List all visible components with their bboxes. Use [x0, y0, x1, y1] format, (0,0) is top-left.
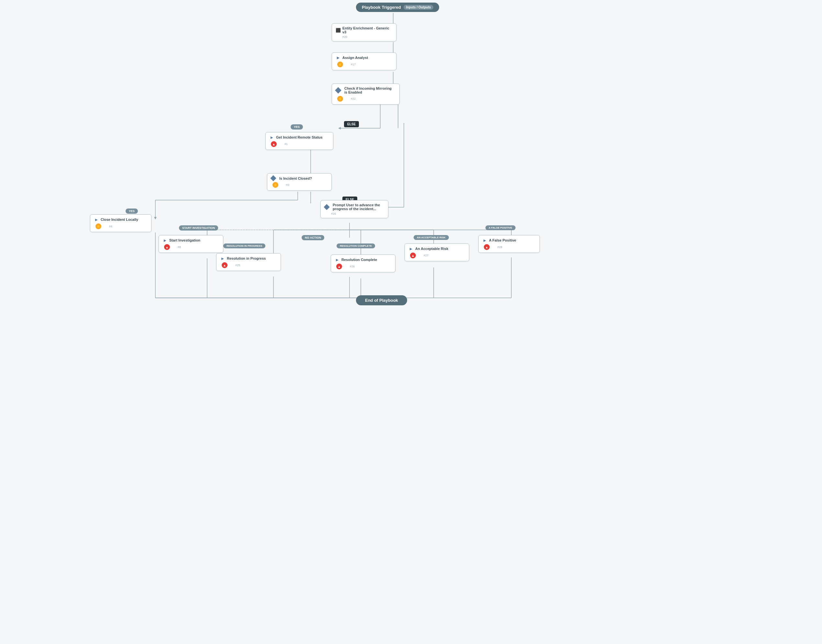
acceptable-risk-label-pill: AN ACCEPTABLE RISK — [413, 235, 449, 240]
get-incident-status-node[interactable]: ► Get Incident Remote Status ▲ #1 — [265, 132, 333, 150]
resolution-in-progress-label: Resolution in Progress — [227, 256, 266, 260]
is-incident-closed-label: Is Incident Closed? — [279, 176, 312, 180]
playbook-triggered-label: Playbook Triggered — [362, 5, 401, 10]
connection-lines — [0, 0, 822, 644]
is-incident-closed-node[interactable]: Is Incident Closed? ⚡ #3 — [267, 173, 332, 191]
orange-badge-icon4: ⚡ — [95, 224, 101, 229]
get-incident-label: Get Incident Remote Status — [276, 135, 323, 139]
script-icon: ⬛ — [336, 28, 340, 32]
trigger-icon6: ► — [409, 246, 413, 251]
red-badge-icon2: ▲ — [164, 244, 170, 250]
resolution-complete-label: Resolution Complete — [341, 258, 377, 262]
resolution-in-progress-id: #25 — [235, 264, 240, 267]
end-of-playbook-label: End of Playbook — [365, 298, 398, 303]
script-icon2: ► — [269, 135, 274, 140]
check-incoming-label: Check if Incoming Mirroring is Enabled — [344, 86, 395, 94]
svg-marker-8 — [338, 127, 341, 129]
check-incoming-id: #22 — [351, 97, 356, 100]
playbook-canvas: Playbook Triggered Inputs / Outputs ⬛ En… — [0, 0, 822, 644]
trigger-icon7: ► — [482, 238, 487, 242]
resolution-in-progress-label-pill: RESOLUTION IN PROGRESS — [223, 244, 265, 248]
diamond-icon3 — [324, 204, 329, 210]
orange-badge-icon2: ⚡ — [337, 96, 343, 102]
yes-label-1: YES — [291, 124, 303, 129]
start-investigation-node[interactable]: ► Start Investigation ▲ #8 — [159, 235, 223, 253]
yes-label-2: YES — [126, 209, 138, 214]
prompt-user-id: #16 — [331, 212, 384, 215]
start-investigation-id: #8 — [178, 245, 181, 248]
acceptable-risk-label: An Acceptable Risk — [415, 247, 448, 251]
false-positive-label: A False Positive — [489, 238, 516, 242]
start-investigation-label: Start Investigation — [169, 238, 201, 242]
assign-analyst-id: #17 — [351, 63, 356, 66]
false-positive-node[interactable]: ► A False Positive ▲ #28 — [478, 235, 540, 253]
playbook-triggered-node[interactable]: Playbook Triggered Inputs / Outputs — [356, 3, 439, 12]
resolution-complete-node[interactable]: ► Resolution Complete ▲ #26 — [331, 255, 395, 272]
red-badge-icon: ▲ — [271, 141, 277, 147]
prompt-user-node[interactable]: Prompt User to advance the progress of t… — [320, 200, 388, 218]
assign-analyst-label: Assign Analyst — [342, 56, 368, 60]
entity-enrichment-id: #20 — [342, 35, 392, 38]
end-of-playbook-node[interactable]: End of Playbook — [356, 295, 407, 305]
close-incident-id: #4 — [109, 225, 112, 228]
no-action-label: NO ACTION — [302, 235, 324, 240]
acceptable-risk-id: #27 — [424, 254, 429, 257]
red-badge-icon5: ▲ — [410, 253, 416, 258]
resolution-complete-id: #26 — [350, 265, 355, 268]
close-incident-node[interactable]: ► Close Incident Locally ⚡ #4 — [90, 214, 152, 232]
trigger-icon5: ► — [335, 258, 340, 262]
orange-badge-icon3: ⚡ — [272, 182, 278, 188]
diamond-icon — [335, 87, 341, 94]
start-investigation-label: START INVESTIGATION — [179, 225, 218, 230]
trigger-icon3: ► — [163, 238, 167, 242]
trigger-icon: ► — [336, 55, 340, 60]
red-badge-icon3: ▲ — [222, 262, 228, 268]
orange-badge-icon: ⚡ — [337, 61, 343, 67]
acceptable-risk-node[interactable]: ► An Acceptable Risk ▲ #27 — [404, 244, 469, 261]
diamond-icon2 — [270, 175, 276, 181]
assign-analyst-node[interactable]: ► Assign Analyst ⚡ #17 — [332, 52, 396, 70]
prompt-user-label: Prompt User to advance the progress of t… — [333, 203, 384, 211]
entity-enrichment-node[interactable]: ⬛ Entity Enrichment - Generic v3 #20 — [332, 23, 396, 41]
entity-enrichment-label: Entity Enrichment - Generic v3 — [342, 26, 392, 34]
resolution-in-progress-node[interactable]: ► Resolution in Progress ▲ #25 — [216, 253, 281, 271]
check-incoming-node[interactable]: Check if Incoming Mirroring is Enabled ⚡… — [332, 84, 400, 104]
inputs-outputs-label[interactable]: Inputs / Outputs — [404, 5, 434, 10]
else-label-1: ELSE — [344, 121, 359, 127]
false-positive-id: #28 — [497, 245, 502, 248]
trigger-icon2: ► — [94, 217, 99, 222]
trigger-icon4: ► — [220, 256, 225, 261]
is-incident-id: #3 — [286, 183, 289, 187]
red-badge-icon4: ▲ — [336, 264, 342, 269]
false-positive-label-pill: A FALSE POSITIVE — [485, 225, 516, 230]
resolution-complete-label-pill: RESOLUTION COMPLETE — [337, 244, 375, 248]
get-incident-id: #1 — [285, 143, 288, 146]
red-badge-icon6: ▲ — [484, 244, 490, 250]
svg-marker-15 — [154, 217, 157, 219]
close-incident-label: Close Incident Locally — [101, 218, 138, 221]
